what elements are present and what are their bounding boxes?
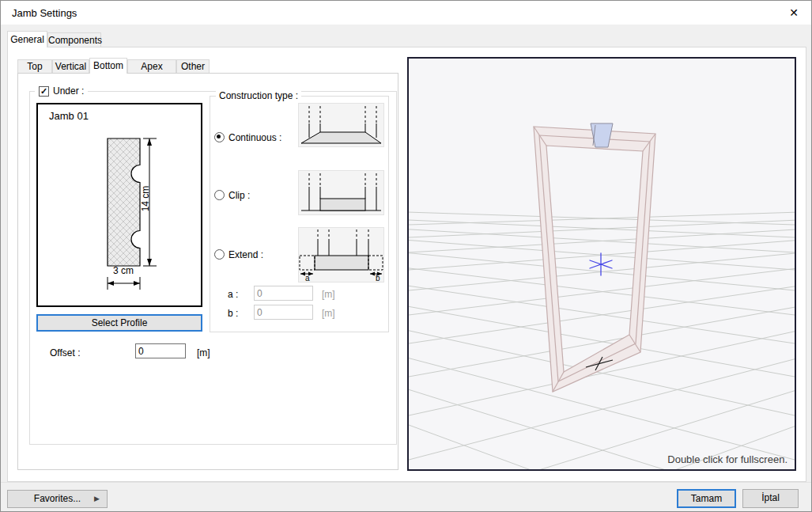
profile-width-dimension: 3 cm bbox=[100, 265, 147, 276]
subtab-bottom[interactable]: Bottom bbox=[89, 58, 127, 74]
extend-a-label: a bbox=[305, 274, 310, 282]
tab-components[interactable]: Components bbox=[47, 32, 101, 47]
continuous-diagram-image bbox=[298, 103, 384, 147]
general-tab-page: Top Vertical Bottom Apex stone Other ✓ U… bbox=[7, 47, 806, 482]
offset-label: Offset : bbox=[50, 347, 80, 358]
radio-continuous-label: Continuous : bbox=[228, 132, 281, 143]
profile-name: Jamb 01 bbox=[49, 110, 89, 122]
3d-preview-viewport[interactable]: Double click for fullscreen. bbox=[407, 57, 796, 471]
clip-diagram-image bbox=[298, 170, 384, 215]
subtab-top[interactable]: Top bbox=[17, 59, 52, 73]
a-label: a : bbox=[228, 289, 248, 300]
under-checkbox-label: Under : bbox=[53, 85, 84, 97]
extend-b-label: b bbox=[376, 274, 380, 282]
favorites-button[interactable]: Favorites... ▶ bbox=[7, 490, 108, 508]
fullscreen-hint: Double click for fullscreen. bbox=[667, 453, 787, 465]
jamb-settings-dialog: Jamb Settings ✕ General Components Top V… bbox=[0, 0, 812, 512]
under-checkbox-icon[interactable]: ✓ bbox=[39, 86, 49, 97]
offset-input[interactable] bbox=[135, 343, 186, 358]
a-input bbox=[254, 286, 313, 301]
b-unit: [m] bbox=[322, 308, 335, 319]
extend-diagram-image: a b bbox=[298, 227, 384, 283]
under-checkbox-row[interactable]: ✓ Under : bbox=[35, 85, 88, 97]
bottom-subtab-page: ✓ Under : bbox=[17, 73, 398, 470]
select-profile-button[interactable]: Select Profile bbox=[36, 314, 202, 332]
chevron-right-icon: ▶ bbox=[94, 491, 100, 507]
b-label: b : bbox=[228, 308, 248, 319]
radio-clip-label: Clip : bbox=[228, 190, 250, 201]
footer-bar: Favorites... ▶ Tamam İptal bbox=[1, 482, 811, 512]
radio-continuous[interactable] bbox=[214, 132, 225, 142]
title-bar: Jamb Settings ✕ bbox=[1, 1, 811, 25]
dialog-title: Jamb Settings bbox=[12, 7, 77, 19]
close-icon[interactable]: ✕ bbox=[784, 4, 803, 21]
subtab-vertical[interactable]: Vertical bbox=[52, 59, 89, 73]
radio-extend[interactable] bbox=[214, 249, 225, 260]
subtab-apex-stone[interactable]: Apex stone bbox=[127, 59, 176, 73]
favorites-label: Favorites... bbox=[34, 493, 81, 504]
construction-type-title: Construction type : bbox=[216, 90, 301, 101]
profile-height-dimension: 14 cm bbox=[140, 180, 151, 217]
ok-button[interactable]: Tamam bbox=[677, 489, 736, 508]
b-input bbox=[254, 305, 313, 320]
a-unit: [m] bbox=[322, 289, 335, 300]
tab-general[interactable]: General bbox=[7, 31, 47, 47]
cancel-button[interactable]: İptal bbox=[742, 489, 799, 508]
radio-extend-label: Extend : bbox=[228, 249, 263, 260]
profile-preview-box: Jamb 01 14 cm 3 cm bbox=[36, 103, 202, 307]
offset-unit: [m] bbox=[197, 347, 210, 358]
jamb-3d-scene bbox=[409, 59, 795, 469]
subtab-other[interactable]: Other bbox=[176, 59, 210, 73]
radio-clip[interactable] bbox=[214, 190, 225, 200]
